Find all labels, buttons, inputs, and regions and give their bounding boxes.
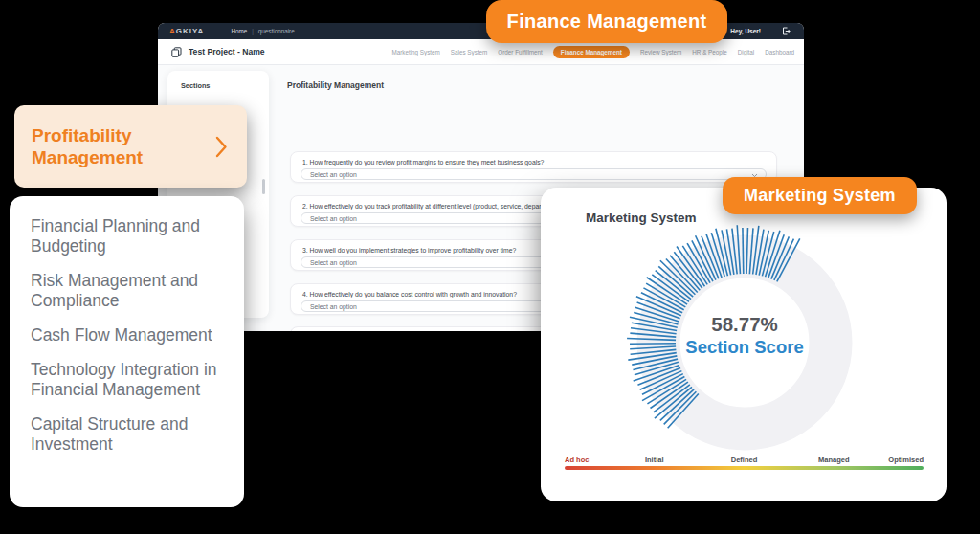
composite-stage: AGKIYA Home | questionnaire Hey, User! [0,0,980,534]
score-label: Section Score [630,337,859,358]
scale-gradient-bar [565,466,924,470]
scale-label-managed: Managed [818,456,850,464]
tab-marketing-system[interactable]: Marketing System [391,49,439,56]
tab-digital[interactable]: Digital [738,49,755,56]
question-text: 1. How frequently do you review profit m… [291,152,776,166]
brand-logo: AGKIYA [169,27,204,35]
sections-list: Financial Planning and Budgeting Risk Ma… [10,196,244,507]
score-center: 58.77% Section Score [630,313,859,358]
active-section-item[interactable]: Profitability Management [14,105,247,188]
tab-hr-people[interactable]: HR & People [692,49,726,56]
project-title: Test Project - Name [189,47,265,56]
scale-label-optimised: Optimised [888,456,924,464]
scale-label-initial: Initial [645,456,664,464]
select-placeholder: Select an option [310,259,357,266]
maturity-scale: Ad hoc Initial Defined Managed Optimised [565,456,924,473]
active-section-label: Profitability Management [32,124,185,168]
sections-scrollbar-thumb[interactable] [262,179,266,194]
scale-label-adhoc: Ad hoc [565,456,589,464]
breadcrumb-separator: | [252,28,254,34]
question-card-1: 1. How frequently do you review profit m… [290,151,777,183]
marketing-system-badge: Marketing System [723,177,917,214]
logout-button[interactable] [782,27,791,35]
breadcrumb-home-link[interactable]: Home [231,28,247,34]
user-greeting: Hey, User! [730,28,761,34]
chevron-right-icon [215,136,228,158]
logout-icon [782,27,791,35]
breadcrumb-current: questionnaire [258,28,295,34]
sections-panel-title: Sections [167,71,269,90]
select-placeholder: Select an option [310,215,357,222]
finance-management-badge: Finance Management [486,0,727,43]
tab-order-fulfillment[interactable]: Order Fulfillment [498,49,543,56]
question-1-select[interactable]: Select an option [301,168,767,180]
section-item-cash-flow[interactable]: Cash Flow Management [31,325,227,345]
select-placeholder: Select an option [310,303,357,310]
section-item-risk-management[interactable]: Risk Management and Compliance [31,271,227,311]
copy-icon [171,47,182,57]
section-tabs: Marketing System Sales System Order Fulf… [391,46,794,58]
breadcrumb: Home | questionnaire [231,28,294,34]
tab-sales-system[interactable]: Sales System [451,49,488,56]
tab-review-system[interactable]: Review System [640,49,681,56]
select-placeholder: Select an option [310,171,357,178]
tab-finance-management[interactable]: Finance Management [553,46,630,58]
score-value: 58.77% [630,313,859,336]
section-item-financial-planning[interactable]: Financial Planning and Budgeting [31,216,227,256]
questionnaire-title: Profitability Management [287,80,384,90]
tab-dashboard[interactable]: Dashboard [765,49,794,56]
scale-label-defined: Defined [731,456,758,464]
project-header: Test Project - Name Marketing System Sal… [158,39,804,65]
section-item-capital-structure[interactable]: Capital Structure and Investment [31,414,227,455]
marketing-score-card: Marketing System 58.77% Section Score Ad… [541,188,947,501]
section-item-technology-integration[interactable]: Technology Integration in Financial Mana… [31,360,227,400]
